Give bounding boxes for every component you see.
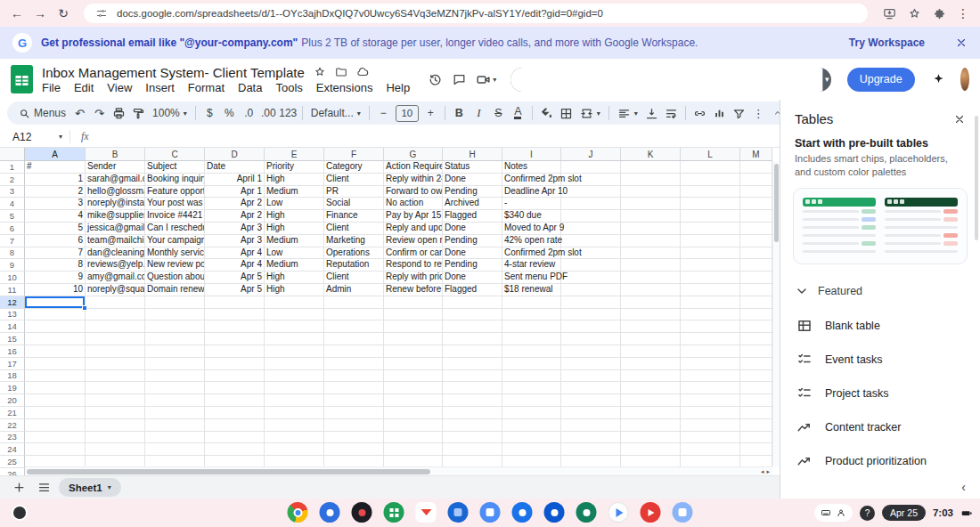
upgrade-button[interactable]: Upgrade xyxy=(847,68,915,92)
grid-cell[interactable]: $18 renewal xyxy=(502,284,561,296)
column-header-J[interactable]: J xyxy=(561,148,621,161)
grid-cell[interactable] xyxy=(681,320,740,333)
grid-cell[interactable] xyxy=(25,333,86,345)
grid-cell[interactable] xyxy=(561,186,621,199)
grid-cell[interactable] xyxy=(561,259,621,272)
grid-cell[interactable]: 2 xyxy=(25,186,86,199)
row-header-23[interactable]: 23 xyxy=(0,432,25,444)
shelf-app-screencast-icon[interactable] xyxy=(673,502,693,523)
grid-cell[interactable] xyxy=(86,432,145,444)
grid-cell[interactable] xyxy=(443,309,502,321)
grid-cell[interactable] xyxy=(205,370,265,383)
grid-cell[interactable] xyxy=(681,296,740,309)
sidebar-close-icon[interactable] xyxy=(953,113,966,126)
grid-cell[interactable] xyxy=(145,419,205,432)
row-header-16[interactable]: 16 xyxy=(0,345,25,358)
grid-cell[interactable] xyxy=(621,272,681,284)
column-header-I[interactable]: I xyxy=(502,148,561,161)
grid-cell[interactable] xyxy=(561,210,621,223)
grid-cell[interactable] xyxy=(621,210,681,223)
all-sheets-icon[interactable] xyxy=(34,478,53,498)
grid-cell[interactable] xyxy=(265,296,324,309)
grid-cell[interactable] xyxy=(205,419,265,432)
grid-cell[interactable] xyxy=(205,443,265,456)
grid-cell[interactable] xyxy=(384,432,443,444)
grid-cell[interactable] xyxy=(384,407,443,419)
menu-file[interactable]: File xyxy=(42,81,61,94)
grid-cell[interactable] xyxy=(740,419,772,432)
format-percent-button[interactable]: % xyxy=(220,103,239,123)
row-header-21[interactable]: 21 xyxy=(0,407,25,419)
grid-cell[interactable] xyxy=(681,432,740,444)
column-header-B[interactable]: B xyxy=(86,148,145,161)
horizontal-align-button[interactable]: ▾ xyxy=(614,107,641,120)
collapse-sidebar-icon[interactable]: ‹ xyxy=(961,480,966,494)
sheet-tab-sheet1[interactable]: Sheet1 ▾ xyxy=(59,478,121,497)
grid-cell[interactable] xyxy=(502,309,561,321)
grid-cell[interactable]: $340 due xyxy=(502,210,561,223)
horizontal-scrollbar[interactable]: ◂▸ xyxy=(25,466,772,475)
grid-cell[interactable] xyxy=(740,358,772,370)
shelf-app-play-store-icon[interactable] xyxy=(384,502,404,523)
grid-cell[interactable] xyxy=(740,407,772,419)
grid-cell[interactable]: 4-star review xyxy=(502,259,561,272)
extensions-icon[interactable] xyxy=(930,7,948,20)
grid-cell[interactable] xyxy=(561,161,621,174)
grid-cell[interactable]: team@mailchimp xyxy=(86,235,145,247)
more-formats-button[interactable]: 123 xyxy=(279,103,298,123)
grid-cell[interactable] xyxy=(324,394,384,407)
grid-cell[interactable] xyxy=(324,309,384,321)
grid-cell[interactable] xyxy=(205,309,265,321)
grid-cell[interactable]: Pending xyxy=(443,235,502,247)
grid-cell[interactable] xyxy=(681,333,740,345)
row-header-25[interactable]: 25 xyxy=(0,456,25,468)
grid-cell[interactable] xyxy=(145,296,205,309)
select-all-corner[interactable] xyxy=(0,148,25,161)
row-header-2[interactable]: 2 xyxy=(0,174,25,186)
grid-cell[interactable]: Client xyxy=(324,174,384,186)
grid-cell[interactable] xyxy=(621,235,681,247)
grid-cell[interactable] xyxy=(561,432,621,444)
shelf-app-camera-icon[interactable] xyxy=(576,502,597,523)
grid-cell[interactable] xyxy=(681,309,740,321)
menus-search-button[interactable]: Menus xyxy=(15,107,69,119)
grid-cell[interactable] xyxy=(25,370,86,383)
grid-cell[interactable] xyxy=(265,394,324,407)
browser-menu-icon[interactable]: ⋮ xyxy=(955,6,971,20)
paint-format-icon[interactable] xyxy=(129,103,148,123)
grid-cell[interactable]: Flagged xyxy=(443,210,502,223)
grid-cell[interactable] xyxy=(86,419,145,432)
grid-cell[interactable] xyxy=(681,198,740,210)
grid-cell[interactable] xyxy=(621,320,681,333)
shelf-app-files-icon[interactable] xyxy=(480,502,501,523)
grid-cell[interactable]: Medium xyxy=(265,186,324,199)
sheet-tab-menu-icon[interactable]: ▾ xyxy=(108,483,111,491)
grid-cell[interactable] xyxy=(25,443,86,456)
grid-cell[interactable] xyxy=(145,407,205,419)
grid-cell[interactable] xyxy=(384,443,443,456)
grid-cell[interactable] xyxy=(443,407,502,419)
shelf-app-assistant-icon[interactable] xyxy=(352,502,372,523)
grid-cell[interactable]: Review open rate xyxy=(384,235,443,247)
grid-cell[interactable]: Your post was ap xyxy=(145,198,205,210)
grid-cell[interactable] xyxy=(502,382,561,394)
grid-cell[interactable] xyxy=(384,296,443,309)
grid-cell[interactable]: Apr 3 xyxy=(205,235,265,247)
row-header-13[interactable]: 13 xyxy=(0,309,25,321)
shelf-app-play-icon[interactable] xyxy=(608,502,629,523)
grid-cell[interactable] xyxy=(740,394,772,407)
row-header-14[interactable]: 14 xyxy=(0,320,25,333)
italic-button[interactable]: I xyxy=(470,103,488,123)
grid-cell[interactable] xyxy=(384,419,443,432)
redo-icon[interactable]: ↷ xyxy=(90,103,109,123)
grid-cell[interactable] xyxy=(621,247,681,260)
grid-cell[interactable] xyxy=(621,358,681,370)
grid-cell[interactable] xyxy=(265,419,324,432)
row-header-4[interactable]: 4 xyxy=(0,198,25,210)
grid-cell[interactable] xyxy=(145,309,205,321)
grid-cell[interactable] xyxy=(502,296,561,309)
grid-cell[interactable]: mike@supplier.co xyxy=(86,210,145,223)
grid-cell[interactable]: Renew before Ap xyxy=(384,284,443,296)
grid-cell[interactable]: Medium xyxy=(265,235,324,247)
grid-cell[interactable] xyxy=(740,272,772,284)
